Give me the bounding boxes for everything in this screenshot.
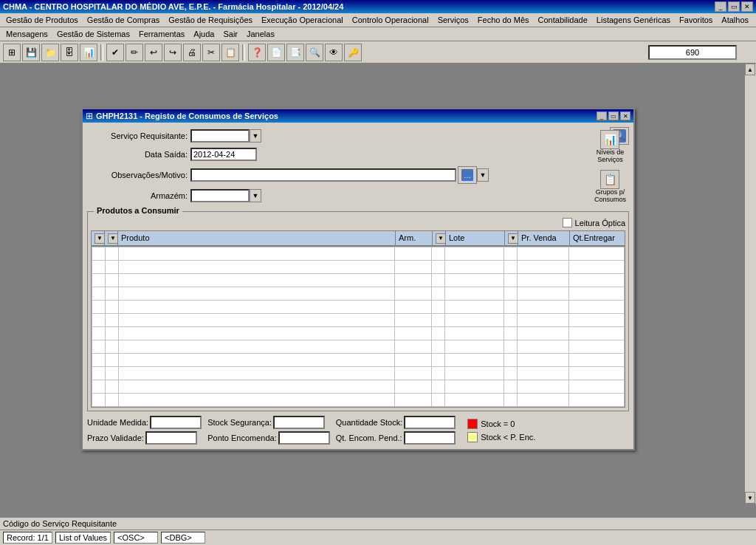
armazem-dropdown-button[interactable]: ▼ xyxy=(250,189,261,202)
menu-item-2-5[interactable]: Janelas xyxy=(242,28,279,40)
toolbar-btn-14[interactable]: 📑 xyxy=(286,44,304,61)
minimize-button[interactable]: _ xyxy=(715,1,726,12)
table-cell-4-1[interactable] xyxy=(106,300,119,313)
toolbar-btn-11[interactable]: 📋 xyxy=(221,44,239,61)
table-cell-4-6[interactable] xyxy=(504,300,518,313)
table-cell-0-8[interactable] xyxy=(569,247,625,260)
stock-seg-input[interactable] xyxy=(273,416,325,429)
servico-dropdown-button[interactable]: ▼ xyxy=(250,129,261,143)
menu-item-2-3[interactable]: Ajuda xyxy=(189,28,219,40)
table-cell-3-3[interactable] xyxy=(395,287,432,300)
table-cell-10-2[interactable] xyxy=(119,380,395,393)
table-cell-1-6[interactable] xyxy=(504,260,518,273)
table-cell-11-8[interactable] xyxy=(569,393,625,406)
table-cell-0-5[interactable] xyxy=(445,247,504,260)
table-cell-2-8[interactable] xyxy=(569,273,625,287)
table-cell-0-0[interactable] xyxy=(92,247,106,260)
table-cell-11-5[interactable] xyxy=(445,393,504,406)
observacoes-dropdown-button[interactable]: ▼ xyxy=(477,168,489,182)
table-cell-6-5[interactable] xyxy=(445,326,504,340)
table-cell-4-5[interactable] xyxy=(445,300,504,313)
scroll-up-button[interactable]: ▲ xyxy=(745,64,755,75)
close-button[interactable]: ✕ xyxy=(741,1,753,12)
dialog-minimize-button[interactable]: _ xyxy=(597,112,607,120)
table-cell-8-3[interactable] xyxy=(395,353,432,366)
qt-encom-input[interactable] xyxy=(404,431,456,445)
table-cell-5-4[interactable] xyxy=(432,313,445,326)
table-cell-4-0[interactable] xyxy=(92,300,106,313)
table-cell-2-0[interactable] xyxy=(92,273,106,287)
toolbar-btn-12[interactable]: ❓ xyxy=(248,44,266,61)
table-cell-10-7[interactable] xyxy=(518,380,569,393)
menu-item-4[interactable]: Controlo Operacional xyxy=(348,14,433,26)
toolbar-btn-16[interactable]: 👁 xyxy=(325,44,343,61)
table-cell-8-2[interactable] xyxy=(119,353,395,366)
table-cell-8-4[interactable] xyxy=(432,353,445,366)
table-cell-6-0[interactable] xyxy=(92,326,106,340)
toolbar-btn-10[interactable]: ✂ xyxy=(202,44,220,61)
table-cell-3-8[interactable] xyxy=(569,287,625,300)
table-cell-8-0[interactable] xyxy=(92,353,106,366)
observacoes-input[interactable] xyxy=(190,168,456,182)
table-cell-4-4[interactable] xyxy=(432,300,445,313)
col-header-lote-btn[interactable]: ▼ xyxy=(505,231,518,246)
table-cell-6-2[interactable] xyxy=(119,326,395,340)
table-cell-6-1[interactable] xyxy=(106,326,119,340)
table-cell-3-4[interactable] xyxy=(432,287,445,300)
table-cell-2-2[interactable] xyxy=(119,273,395,287)
menu-item-1[interactable]: Gestão de Compras xyxy=(83,14,164,26)
dialog-close-button[interactable]: ✕ xyxy=(620,112,630,120)
table-cell-5-2[interactable] xyxy=(119,313,395,326)
table-cell-6-6[interactable] xyxy=(504,326,518,340)
table-cell-9-0[interactable] xyxy=(92,366,106,380)
menu-item-9[interactable]: Favoritos xyxy=(675,14,717,26)
table-cell-9-3[interactable] xyxy=(395,366,432,380)
table-cell-8-5[interactable] xyxy=(445,353,504,366)
table-cell-6-8[interactable] xyxy=(569,326,625,340)
table-cell-5-6[interactable] xyxy=(504,313,518,326)
table-cell-8-1[interactable] xyxy=(106,353,119,366)
table-cell-3-0[interactable] xyxy=(92,287,106,300)
table-cell-6-3[interactable] xyxy=(395,326,432,340)
table-cell-6-7[interactable] xyxy=(518,326,569,340)
table-cell-7-1[interactable] xyxy=(106,340,119,353)
table-cell-8-8[interactable] xyxy=(569,353,625,366)
table-cell-9-6[interactable] xyxy=(504,366,518,380)
table-cell-2-1[interactable] xyxy=(106,273,119,287)
table-cell-4-3[interactable] xyxy=(395,300,432,313)
table-cell-2-6[interactable] xyxy=(504,273,518,287)
table-cell-0-3[interactable] xyxy=(395,247,432,260)
scroll-down-button[interactable]: ▼ xyxy=(745,492,755,504)
table-cell-1-0[interactable] xyxy=(92,260,106,273)
table-cell-7-6[interactable] xyxy=(504,340,518,353)
table-cell-7-3[interactable] xyxy=(395,340,432,353)
table-cell-8-7[interactable] xyxy=(518,353,569,366)
table-cell-7-5[interactable] xyxy=(445,340,504,353)
table-cell-5-1[interactable] xyxy=(106,313,119,326)
table-cell-1-2[interactable] xyxy=(119,260,395,273)
restore-button[interactable]: ▭ xyxy=(728,1,740,12)
table-cell-0-4[interactable] xyxy=(432,247,445,260)
table-cell-7-8[interactable] xyxy=(569,340,625,353)
table-cell-1-4[interactable] xyxy=(432,260,445,273)
table-cell-9-1[interactable] xyxy=(106,366,119,380)
servico-input[interactable] xyxy=(190,129,250,143)
menu-item-2-2[interactable]: Ferramentas xyxy=(134,28,189,40)
table-cell-5-5[interactable] xyxy=(445,313,504,326)
table-cell-11-1[interactable] xyxy=(106,393,119,406)
table-cell-1-5[interactable] xyxy=(445,260,504,273)
observacoes-icon-button[interactable]: … xyxy=(458,166,477,184)
table-cell-9-5[interactable] xyxy=(445,366,504,380)
table-cell-0-6[interactable] xyxy=(504,247,518,260)
menu-item-5[interactable]: Serviços xyxy=(433,14,473,26)
table-cell-9-4[interactable] xyxy=(432,366,445,380)
toolbar-btn-15[interactable]: 🔍 xyxy=(306,44,323,61)
menu-item-7[interactable]: Contabilidade xyxy=(534,14,592,26)
table-cell-1-1[interactable] xyxy=(106,260,119,273)
table-cell-3-2[interactable] xyxy=(119,287,395,300)
toolbar-btn-17[interactable]: 🔑 xyxy=(344,44,362,61)
table-cell-3-7[interactable] xyxy=(518,287,569,300)
toolbar-btn-5[interactable]: ✔ xyxy=(106,44,124,61)
col-header-check1[interactable]: ▼ xyxy=(92,231,105,246)
menu-item-2-0[interactable]: Mensagens xyxy=(1,28,52,40)
